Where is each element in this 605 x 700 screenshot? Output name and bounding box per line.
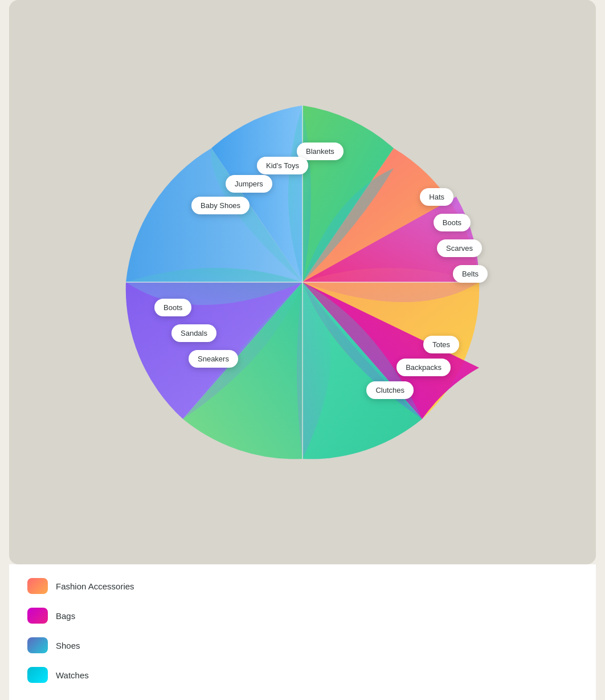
legend-label-watches: Watches	[56, 670, 89, 680]
chord-chart: Blankets Kid's Toys Jumpers Baby Shoes H…	[103, 83, 502, 482]
legend-label-bags: Bags	[56, 611, 75, 621]
legend-item-watches: Watches	[27, 667, 578, 683]
legend-item-bags: Bags	[27, 608, 578, 624]
chord-svg	[103, 83, 502, 482]
legend-label-shoes: Shoes	[56, 641, 80, 650]
chart-container: Blankets Kid's Toys Jumpers Baby Shoes H…	[9, 0, 596, 564]
legend-item-shoes: Shoes	[27, 637, 578, 653]
legend-item-fashion: Fashion Accessories	[27, 578, 578, 594]
legend-section: Fashion Accessories Bags Shoes Watches	[9, 564, 596, 700]
legend-color-shoes	[27, 637, 48, 653]
legend-color-fashion	[27, 578, 48, 594]
legend-color-bags	[27, 608, 48, 624]
legend-color-watches	[27, 667, 48, 683]
legend-label-fashion: Fashion Accessories	[56, 581, 134, 591]
